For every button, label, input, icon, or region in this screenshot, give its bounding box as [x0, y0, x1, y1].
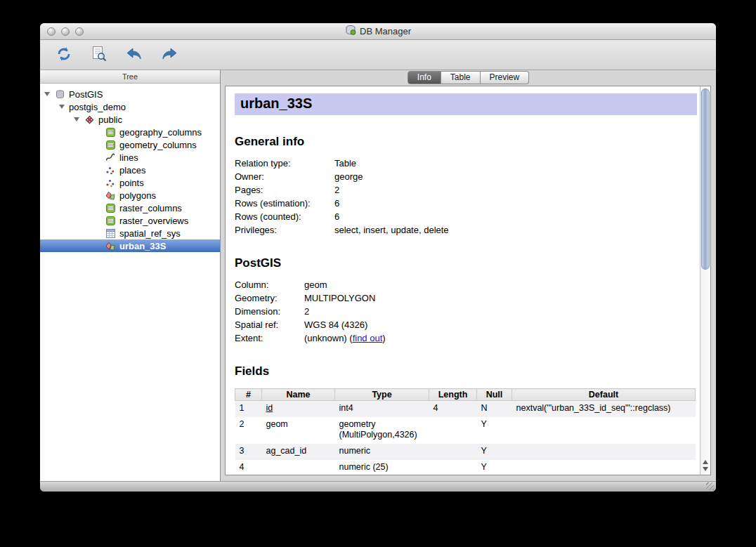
info-row: Relation type:Table — [235, 157, 698, 170]
cell-num: 4 — [235, 460, 262, 475]
info-label: Owner: — [235, 170, 334, 183]
scroll-up-icon[interactable] — [703, 460, 708, 464]
tree-item-geometry-columns[interactable]: geometry_columns — [40, 138, 220, 151]
toolbar — [40, 40, 716, 70]
cell-num: 3 — [235, 444, 262, 460]
scrollbar-buttons — [700, 460, 710, 471]
titlebar[interactable]: DB Manager — [40, 23, 716, 40]
tree-item-label: raster_columns — [119, 203, 182, 213]
tree-item-spatial-ref-sys[interactable]: spatial_ref_sys — [40, 227, 220, 239]
cell-num: 2 — [235, 417, 262, 444]
col-header-null: Null — [477, 389, 512, 401]
fields-table: # Name Type Length Null Default 1 — [235, 388, 696, 475]
table-icon — [105, 140, 116, 150]
tree-item-raster-columns[interactable]: raster_columns — [40, 202, 220, 214]
tree-item-label: raster_overviews — [119, 216, 188, 226]
line-layer-icon — [105, 152, 116, 163]
tree-item-label: points — [119, 178, 144, 188]
window-title: DB Manager — [345, 25, 411, 38]
section-heading-postgis: PostGIS — [235, 256, 698, 270]
resize-grip-icon[interactable] — [706, 482, 714, 490]
info-row-extent: Extent: (unknown) (find out) — [235, 331, 698, 345]
import-layer-icon — [125, 46, 143, 64]
table-grid-icon — [105, 228, 116, 239]
expander-icon[interactable] — [74, 117, 79, 121]
export-layer-button[interactable] — [158, 44, 181, 66]
tree-item-label: public — [98, 114, 122, 125]
table-icon — [105, 203, 116, 213]
info-label: Pages: — [235, 183, 334, 197]
cell-length — [429, 417, 477, 444]
tree-item-label: places — [119, 165, 146, 176]
cell-type: geometry (MultiPolygon,4326) — [335, 417, 429, 444]
tree-item-urban-33s[interactable]: urban_33S — [40, 239, 220, 252]
tree-item-raster-overviews[interactable]: raster_overviews — [40, 214, 220, 227]
zoom-button[interactable] — [75, 27, 84, 36]
polygon-layer-icon — [105, 241, 116, 251]
cell-length — [429, 444, 477, 460]
tab-info[interactable]: Info — [408, 71, 441, 84]
vertical-scrollbar[interactable] — [700, 86, 710, 475]
tree-item-polygons[interactable]: polygons — [40, 189, 220, 202]
import-layer-button[interactable] — [123, 44, 145, 66]
info-label: Column: — [235, 278, 304, 291]
info-value: geom — [304, 278, 327, 291]
scrollbar-thumb[interactable] — [701, 88, 710, 270]
close-button[interactable] — [47, 27, 56, 36]
tree-item-places[interactable]: places — [40, 164, 220, 176]
cell-null: Y — [477, 460, 512, 475]
cell-name: geom — [262, 417, 335, 444]
table-row: 4 numeric (25) Y — [235, 460, 696, 475]
page-title: urban_33S — [235, 93, 697, 115]
cell-type: numeric (25) — [335, 460, 429, 475]
fields-header-row: # Name Type Length Null Default — [235, 389, 696, 401]
info-label: Dimension: — [235, 305, 304, 318]
info-label: Relation type: — [235, 157, 334, 170]
info-content: urban_33S General info Relation type:Tab… — [226, 86, 700, 475]
tree-item-points[interactable]: points — [40, 176, 220, 189]
info-value: george — [334, 170, 363, 183]
tab-table[interactable]: Table — [441, 71, 481, 84]
cell-null: Y — [477, 417, 512, 444]
minimize-button[interactable] — [61, 27, 70, 36]
db-tree: PostGIS postgis_demo public geography_co… — [40, 84, 220, 481]
info-label: Rows (counted): — [235, 210, 334, 223]
table-icon — [105, 216, 116, 226]
cell-name: ag_cad_id — [262, 444, 335, 460]
info-label: Rows (estimation): — [235, 197, 334, 210]
cell-null: N — [477, 401, 512, 418]
tree-item-lines[interactable]: lines — [40, 151, 220, 164]
tree-item-postgis[interactable]: PostGIS — [40, 88, 220, 100]
info-row: Privileges:select, insert, update, delet… — [235, 223, 698, 237]
section-heading-fields: Fields — [235, 364, 698, 378]
col-header-type: Type — [335, 389, 429, 401]
scroll-down-icon[interactable] — [703, 467, 708, 471]
tree-item-label: geometry_columns — [119, 140, 197, 150]
cell-default — [512, 417, 696, 444]
info-label: Geometry: — [235, 291, 304, 305]
tree-item-label: lines — [119, 152, 138, 163]
status-bar — [40, 481, 716, 492]
tree-item-label: spatial_ref_sys — [119, 228, 181, 239]
tree-item-geography-columns[interactable]: geography_columns — [40, 126, 220, 138]
point-layer-icon — [105, 165, 116, 176]
info-row: Dimension:2 — [235, 305, 698, 318]
col-header-name: Name — [262, 389, 335, 401]
cell-type: int4 — [335, 401, 429, 418]
cell-num: 1 — [235, 401, 262, 418]
detail-panel: Info Table Preview urban_33S General inf… — [221, 70, 716, 481]
refresh-button[interactable] — [53, 44, 75, 66]
expander-icon[interactable] — [44, 92, 50, 96]
sql-window-button[interactable] — [88, 44, 110, 66]
tree-item-public[interactable]: public — [40, 113, 220, 126]
info-label: Privileges: — [235, 223, 334, 237]
cell-type: numeric — [335, 444, 429, 460]
tab-preview[interactable]: Preview — [481, 71, 530, 84]
info-row: Spatial ref:WGS 84 (4326) — [235, 318, 698, 331]
window-title-text: DB Manager — [360, 26, 411, 37]
expander-icon[interactable] — [59, 105, 65, 109]
tree-panel-header: Tree — [40, 70, 220, 84]
tree-item-postgis-demo[interactable]: postgis_demo — [40, 100, 220, 113]
find-out-link[interactable]: find out — [353, 333, 383, 343]
info-row: Rows (counted):6 — [235, 210, 698, 223]
